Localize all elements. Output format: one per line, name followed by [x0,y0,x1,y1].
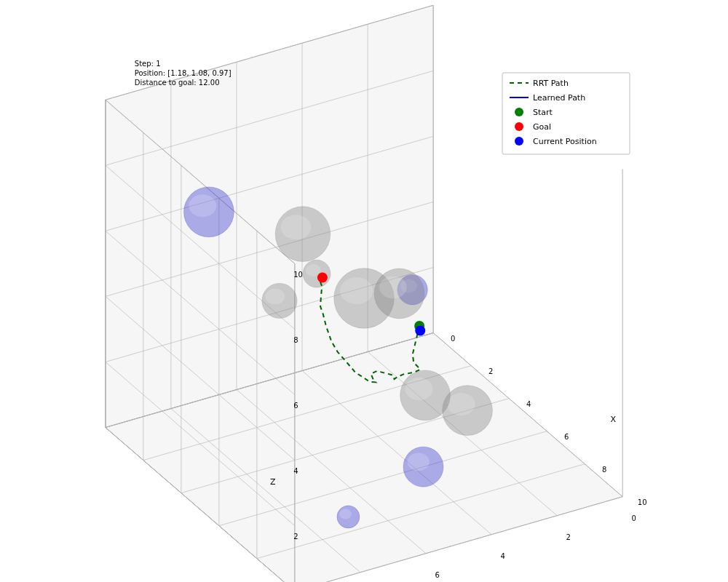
current-position-marker [415,326,425,336]
goal-marker [317,272,328,282]
svg-text:6: 6 [293,402,298,410]
svg-text:4: 4 [526,400,531,408]
obstacle-sphere [275,207,331,262]
svg-point-96 [515,122,523,131]
svg-text:2: 2 [566,533,571,541]
obstacle-sphere [184,187,234,237]
info-step: Step: 1 [135,60,161,68]
svg-point-79 [340,277,373,304]
z-axis-label: Z [270,477,276,487]
svg-point-87 [379,276,407,298]
svg-text:4: 4 [500,552,505,560]
obstacle-sphere [400,370,451,420]
info-distance: Distance to goal: 12.00 [135,79,220,87]
svg-point-85 [266,289,285,305]
info-position: Position: [1.18, 1.08, 0.97] [135,69,232,77]
svg-text:6: 6 [435,571,439,579]
obstacle-sphere [374,268,424,319]
svg-point-97 [515,137,523,146]
legend-rrt: RRT Path [533,79,569,88]
svg-text:10: 10 [638,498,647,506]
legend: RRT PathLearned PathStartGoalCurrent Pos… [502,73,630,154]
svg-text:0: 0 [451,335,455,343]
legend-learned: Learned Path [533,93,585,103]
svg-text:2: 2 [488,367,493,375]
legend-start: Start [533,108,553,117]
svg-point-81 [189,194,216,217]
svg-text:2: 2 [293,533,298,541]
chart-canvas: 000222444666888101010XYZStep: 1Position:… [0,0,728,582]
svg-text:10: 10 [293,271,303,279]
obstacle-sphere [303,260,331,287]
obstacle-sphere [262,283,297,318]
svg-text:8: 8 [602,466,606,474]
svg-point-77 [405,378,433,400]
svg-text:6: 6 [564,433,569,441]
svg-point-91 [407,453,429,471]
svg-point-95 [515,108,523,116]
obstacle-sphere [337,506,360,528]
plot-svg: 000222444666888101010XYZStep: 1Position:… [0,0,728,582]
obstacle-sphere [403,447,443,487]
svg-text:0: 0 [632,514,636,522]
x-axis-label: X [610,415,616,424]
legend-goal: Goal [533,122,551,132]
svg-text:4: 4 [293,467,298,475]
svg-point-83 [281,215,312,239]
svg-text:8: 8 [293,336,298,344]
svg-point-89 [339,509,352,519]
legend-current: Current Position [533,137,597,146]
svg-point-75 [448,393,475,415]
